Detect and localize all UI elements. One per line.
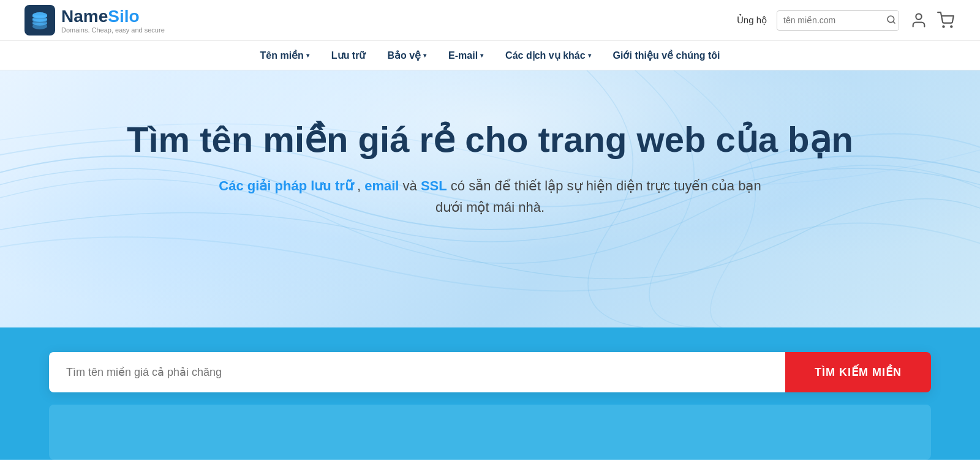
top-right: Ủng hộ [737,10,956,31]
chevron-down-icon: ▾ [306,52,309,59]
nav-item-bao-ve[interactable]: Bảo vệ ▾ [387,50,426,61]
top-bar: NameSilo Domains. Cheap, easy and secure… [0,0,980,41]
nav-item-ten-mien[interactable]: Tên miền ▾ [260,50,309,61]
hero-content: Tìm tên miền giá rẻ cho trang web của bạ… [24,119,956,218]
top-search-button[interactable] [881,11,899,30]
logo-icon [24,5,55,36]
user-icon[interactable] [909,10,929,30]
domain-search-input[interactable] [49,352,785,392]
hero-subtitle-luu-tru: Các giải pháp lưu trữ [219,178,353,193]
top-search-input[interactable] [777,12,881,29]
ung-ho-link[interactable]: Ủng hộ [737,15,767,26]
logo[interactable]: NameSilo Domains. Cheap, easy and secure [24,5,165,36]
top-icons [909,10,956,30]
nav-item-luu-tru[interactable]: Lưu trữ [331,50,366,61]
domain-search-button[interactable]: TÌM KIẾM MIỀN [785,352,931,392]
nav-item-email[interactable]: E-mail ▾ [448,50,483,61]
svg-point-11 [951,26,952,27]
chevron-down-icon: ▾ [588,52,591,59]
nav-item-cac-dich-vu[interactable]: Các dịch vụ khác ▾ [505,50,591,61]
svg-point-9 [916,14,921,20]
nav-item-gioi-thieu[interactable]: Giới thiệu về chúng tôi [613,50,720,61]
main-nav: Tên miền ▾ Lưu trữ Bảo vệ ▾ E-mail ▾ Các… [0,41,980,70]
hero-title: Tìm tên miền giá rẻ cho trang web của bạ… [24,119,956,160]
top-search-box[interactable] [777,10,899,31]
hero-subtitle: Các giải pháp lưu trữ , email và SSL có … [214,175,766,218]
svg-point-10 [943,26,944,27]
tld-options-area [49,405,931,460]
hero-section: Tìm tên miền giá rẻ cho trang web của bạ… [0,70,980,327]
svg-point-6 [32,23,47,29]
logo-text: NameSilo Domains. Cheap, easy and secure [61,7,165,34]
chevron-down-icon: ▾ [480,52,483,59]
search-container: TÌM KIẾM MIỀN [49,352,931,392]
search-section: TÌM KIẾM MIỀN [0,327,980,460]
logo-name: NameSilo [61,7,165,26]
cart-icon[interactable] [936,10,956,30]
chevron-down-icon: ▾ [423,52,426,59]
svg-line-8 [893,21,895,23]
logo-subtitle: Domains. Cheap, easy and secure [61,26,165,34]
